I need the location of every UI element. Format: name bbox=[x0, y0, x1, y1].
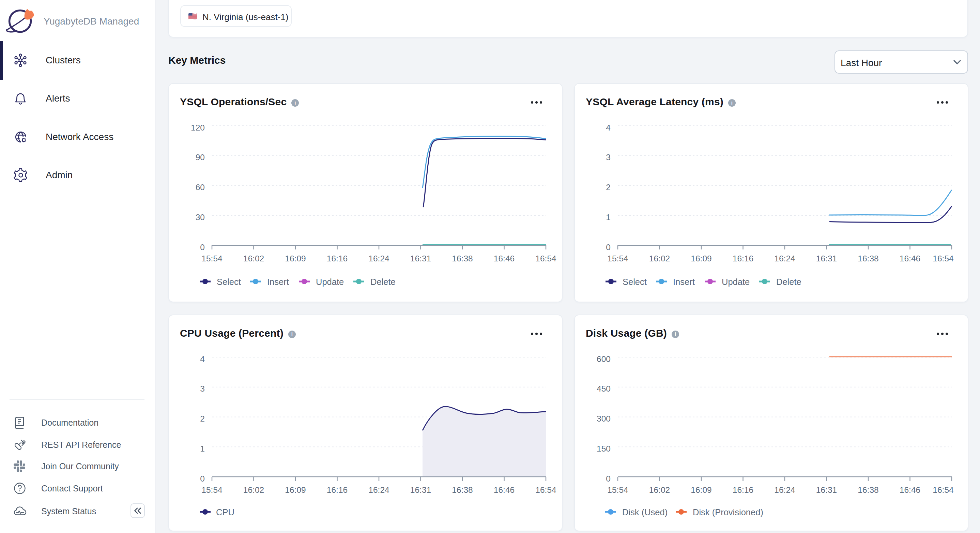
svg-text:Disk (Used): Disk (Used) bbox=[622, 508, 668, 517]
svg-text:16:16: 16:16 bbox=[327, 485, 348, 495]
svg-text:Delete: Delete bbox=[371, 277, 396, 286]
svg-text:16:16: 16:16 bbox=[733, 485, 753, 495]
svg-text:16:24: 16:24 bbox=[774, 485, 795, 495]
svg-text:2: 2 bbox=[606, 183, 611, 192]
svg-text:16:09: 16:09 bbox=[691, 485, 711, 495]
svg-text:16:24: 16:24 bbox=[368, 485, 389, 495]
svg-text:16:24: 16:24 bbox=[774, 254, 795, 263]
svg-text:16:38: 16:38 bbox=[858, 254, 878, 263]
svg-text:0: 0 bbox=[200, 243, 205, 252]
svg-text:15:54: 15:54 bbox=[607, 485, 628, 495]
svg-text:Select: Select bbox=[622, 277, 647, 286]
svg-text:16:16: 16:16 bbox=[733, 254, 753, 263]
svg-text:16:54: 16:54 bbox=[932, 254, 953, 263]
svg-text:16:46: 16:46 bbox=[900, 254, 920, 263]
svg-text:16:46: 16:46 bbox=[900, 485, 920, 495]
svg-text:Update: Update bbox=[722, 277, 750, 286]
svg-text:15:54: 15:54 bbox=[607, 254, 628, 263]
svg-text:16:54: 16:54 bbox=[535, 254, 556, 263]
svg-text:16:46: 16:46 bbox=[494, 485, 514, 495]
svg-text:16:31: 16:31 bbox=[816, 254, 837, 263]
svg-text:Disk (Provisioned): Disk (Provisioned) bbox=[693, 508, 763, 517]
svg-text:0: 0 bbox=[606, 243, 611, 252]
svg-text:120: 120 bbox=[191, 123, 205, 132]
svg-text:4: 4 bbox=[606, 123, 611, 132]
svg-text:15:54: 15:54 bbox=[201, 254, 222, 263]
svg-text:3: 3 bbox=[606, 153, 611, 162]
svg-text:60: 60 bbox=[196, 183, 205, 192]
svg-text:150: 150 bbox=[597, 444, 611, 453]
svg-text:16:09: 16:09 bbox=[691, 254, 711, 263]
svg-text:16:09: 16:09 bbox=[285, 254, 305, 263]
svg-text:16:02: 16:02 bbox=[649, 254, 670, 263]
svg-text:300: 300 bbox=[597, 414, 611, 423]
svg-text:16:24: 16:24 bbox=[368, 254, 389, 263]
svg-text:16:31: 16:31 bbox=[816, 485, 837, 495]
svg-text:16:31: 16:31 bbox=[410, 254, 431, 263]
svg-text:16:38: 16:38 bbox=[452, 485, 473, 495]
svg-text:Update: Update bbox=[316, 277, 344, 286]
svg-text:16:46: 16:46 bbox=[494, 254, 514, 263]
svg-text:16:38: 16:38 bbox=[858, 485, 878, 495]
svg-text:Insert: Insert bbox=[673, 277, 695, 286]
svg-text:16:02: 16:02 bbox=[243, 485, 264, 495]
svg-text:1: 1 bbox=[200, 444, 205, 453]
svg-text:450: 450 bbox=[597, 384, 611, 393]
svg-text:16:02: 16:02 bbox=[649, 485, 670, 495]
svg-text:16:54: 16:54 bbox=[535, 485, 556, 495]
svg-text:16:38: 16:38 bbox=[452, 254, 473, 263]
svg-text:3: 3 bbox=[200, 384, 205, 393]
svg-text:CPU: CPU bbox=[216, 508, 234, 517]
svg-text:16:54: 16:54 bbox=[932, 485, 953, 495]
svg-text:16:31: 16:31 bbox=[410, 485, 431, 495]
svg-text:16:02: 16:02 bbox=[243, 254, 264, 263]
svg-text:16:09: 16:09 bbox=[285, 485, 305, 495]
svg-text:16:16: 16:16 bbox=[327, 254, 348, 263]
svg-text:0: 0 bbox=[606, 474, 611, 483]
svg-text:600: 600 bbox=[597, 355, 611, 364]
svg-text:30: 30 bbox=[196, 213, 205, 222]
svg-text:0: 0 bbox=[200, 474, 205, 483]
svg-text:1: 1 bbox=[606, 213, 611, 222]
svg-text:2: 2 bbox=[200, 414, 205, 423]
svg-text:Select: Select bbox=[217, 277, 241, 286]
svg-text:Insert: Insert bbox=[267, 277, 289, 286]
svg-text:90: 90 bbox=[196, 153, 205, 162]
svg-text:15:54: 15:54 bbox=[201, 485, 222, 495]
svg-text:4: 4 bbox=[200, 355, 205, 364]
svg-text:Delete: Delete bbox=[776, 277, 802, 286]
